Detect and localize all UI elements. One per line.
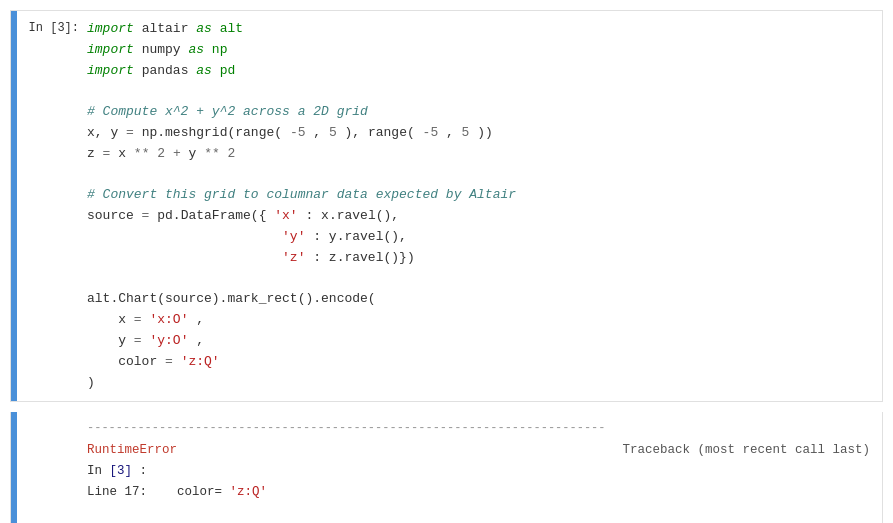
code-block[interactable]: import altair as alt import numpy as np … — [87, 19, 882, 393]
code-comment-2: # Convert this grid to columnar data exp… — [87, 185, 870, 206]
cell-input-area: In [3]: import altair as alt import nump… — [17, 11, 882, 401]
code-line-5: x, y = np.meshgrid(range( -5 , 5 ), rang… — [87, 123, 870, 144]
keyword-import-1: import — [87, 21, 134, 36]
keyword-import-2: import — [87, 42, 134, 57]
error-label-spacer — [17, 418, 87, 523]
code-line-12: y = 'y:O' , — [87, 331, 870, 352]
code-line-6: z = x ** 2 + y ** 2 — [87, 144, 870, 165]
code-line-8c: 'z' : z.ravel()}) — [87, 248, 870, 269]
comment-text-2: # Convert this grid to columnar data exp… — [87, 187, 516, 202]
keyword-as-2: as — [188, 42, 204, 57]
notebook-cell: In [3]: import altair as alt import nump… — [10, 10, 883, 402]
code-line-1: import altair as alt — [87, 19, 870, 40]
code-line-14: ) — [87, 373, 870, 394]
error-text-area: ----------------------------------------… — [87, 418, 870, 523]
error-in-line: In [3] : — [87, 461, 870, 482]
error-label-area: ----------------------------------------… — [17, 418, 870, 523]
cell-label: In [3]: — [17, 19, 87, 393]
alias-alt: alt — [220, 21, 243, 36]
cell-label-text: In [3]: — [29, 21, 79, 35]
code-line-3: import pandas as pd — [87, 61, 870, 82]
code-line-8a: source = pd.DataFrame({ 'x' : x.ravel(), — [87, 206, 870, 227]
error-header-line: RuntimeError Traceback (most recent call… — [87, 440, 870, 461]
error-inner: ----------------------------------------… — [17, 412, 882, 523]
error-in-number: [3] — [110, 464, 133, 478]
alias-np: np — [212, 42, 228, 57]
keyword-as-1: as — [196, 21, 212, 36]
error-in-label: In — [87, 464, 102, 478]
code-comment-1: # Compute x^2 + y^2 across a 2D grid — [87, 102, 870, 123]
keyword-import-3: import — [87, 63, 134, 78]
code-line-2: import numpy as np — [87, 40, 870, 61]
error-line-code-str: 'z:Q' — [230, 485, 268, 499]
code-line-13: color = 'z:Q' — [87, 352, 870, 373]
code-line-8b: 'y' : y.ravel(), — [87, 227, 870, 248]
error-type-label: RuntimeError — [87, 440, 177, 461]
code-line-10: alt.Chart(source).mark_rect().encode( — [87, 289, 870, 310]
alias-pd: pd — [220, 63, 236, 78]
error-content: ----------------------------------------… — [11, 412, 882, 523]
error-divider-1: ----------------------------------------… — [87, 418, 870, 439]
keyword-as-3: as — [196, 63, 212, 78]
code-line-11: x = 'x:O' , — [87, 310, 870, 331]
error-divider-text-1: ----------------------------------------… — [87, 421, 605, 435]
comment-text-1: # Compute x^2 + y^2 across a 2D grid — [87, 104, 368, 119]
error-wrapper: ----------------------------------------… — [10, 412, 883, 523]
error-in-colon: : — [140, 464, 148, 478]
error-line-label: Line 17: color= — [87, 485, 222, 499]
error-line-ref-line: Line 17: color= 'z:Q' — [87, 482, 870, 503]
traceback-label: Traceback (most recent call last) — [622, 440, 870, 461]
